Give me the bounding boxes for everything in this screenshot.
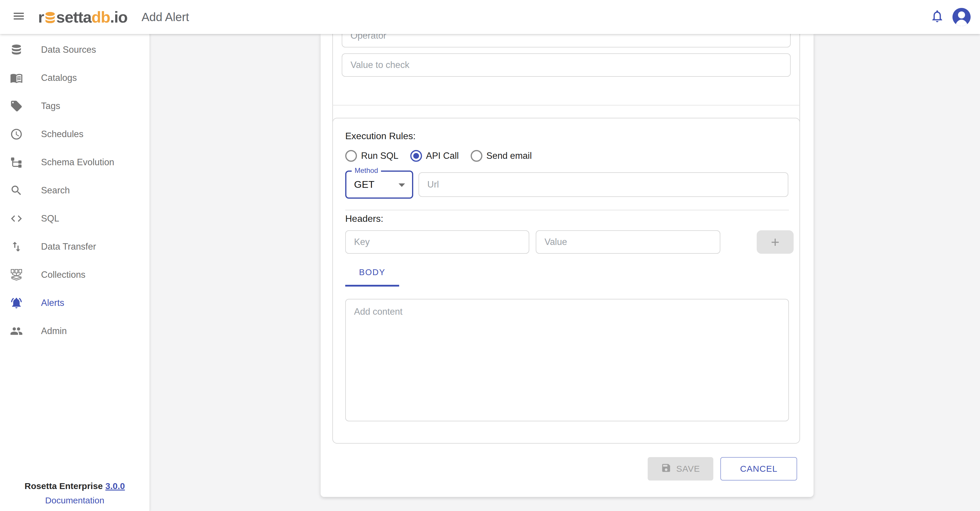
menu-button[interactable]: [7, 5, 30, 29]
database-icon: [10, 43, 24, 57]
radio-run-sql[interactable]: Run SQL: [345, 150, 399, 162]
top-app-bar: r setta db .io Add Alert: [0, 0, 980, 34]
sidebar-item-data-sources[interactable]: Data Sources: [0, 36, 150, 64]
header-value-input[interactable]: [536, 230, 720, 254]
method-select-label: Method: [352, 166, 381, 175]
bell-ring-icon: [10, 296, 24, 310]
radio-unchecked-icon: [345, 150, 357, 162]
sidebar-item-label: Data Transfer: [41, 242, 96, 252]
sidebar-item-schedules[interactable]: Schedules: [0, 120, 150, 148]
sidebar-item-label: Admin: [41, 326, 67, 336]
radio-label: Send email: [487, 151, 532, 161]
book-icon: [10, 71, 24, 85]
app-root: r setta db .io Add Alert Data SourcesCat…: [0, 0, 980, 511]
value-to-check-input[interactable]: [342, 53, 791, 77]
operator-input[interactable]: [342, 34, 791, 48]
radio-send-email[interactable]: Send email: [471, 150, 532, 162]
save-button-label: SAVE: [676, 464, 700, 474]
sidebar-footer: Rosetta Enterprise 3.0.0 Documentation: [0, 479, 150, 508]
menu-icon: [12, 10, 25, 25]
cancel-button[interactable]: CANCEL: [720, 457, 797, 481]
tag-icon: [10, 99, 24, 113]
radio-label: API Call: [426, 151, 459, 161]
logo-text: .io: [110, 9, 127, 25]
tab-body-label: BODY: [359, 267, 385, 277]
clock-icon: [10, 127, 24, 141]
version-link[interactable]: 3.0.0: [105, 481, 125, 491]
sidebar-item-data-transfer[interactable]: Data Transfer: [0, 232, 150, 261]
radio-api-call[interactable]: API Call: [410, 150, 459, 162]
bell-icon: [930, 9, 945, 25]
sidebar: Data SourcesCatalogsTagsSchedulesSchema …: [0, 34, 150, 511]
logo-text: r: [38, 9, 44, 25]
page-title: Add Alert: [142, 11, 189, 24]
sidebar-item-label: Tags: [41, 101, 60, 111]
url-input[interactable]: [418, 172, 788, 197]
method-select[interactable]: Method GET: [345, 170, 413, 199]
headers-label: Headers:: [345, 213, 383, 224]
section-divider: [332, 105, 800, 105]
sidebar-item-admin[interactable]: Admin: [0, 317, 150, 345]
sidebar-item-collections[interactable]: Collections: [0, 261, 150, 289]
logo-text: setta: [56, 9, 91, 25]
sidebar-item-label: Schedules: [41, 129, 84, 140]
documentation-link[interactable]: Documentation: [45, 495, 104, 505]
sidebar-item-label: Alerts: [41, 298, 64, 308]
logo-text-accent: db: [91, 9, 110, 25]
chevron-down-icon: [399, 183, 405, 187]
sidebar-item-label: SQL: [41, 213, 59, 224]
product-name: Rosetta Enterprise: [25, 481, 103, 491]
headers-divider: [345, 210, 789, 210]
save-icon: [661, 463, 671, 475]
sidebar-item-label: Search: [41, 185, 70, 196]
schema-icon: [10, 155, 24, 169]
sidebar-item-catalogs[interactable]: Catalogs: [0, 64, 150, 92]
sidebar-item-search[interactable]: Search: [0, 177, 150, 205]
app-logo: r setta db .io: [38, 9, 127, 25]
method-select-value: GET: [354, 179, 374, 190]
body-content-textarea[interactable]: [345, 299, 789, 421]
avatar-button[interactable]: [953, 8, 970, 26]
collections-icon: [10, 268, 24, 282]
sidebar-item-tags[interactable]: Tags: [0, 92, 150, 120]
radio-checked-icon: [410, 150, 422, 162]
sidebar-item-label: Catalogs: [41, 73, 77, 83]
sidebar-item-label: Collections: [41, 269, 86, 280]
add-header-button[interactable]: +: [757, 230, 794, 254]
header-key-input[interactable]: [345, 230, 529, 254]
logo-database-icon: [45, 11, 56, 25]
save-button[interactable]: SAVE: [648, 457, 713, 481]
notifications-button[interactable]: [927, 6, 948, 27]
sidebar-item-sql[interactable]: SQL: [0, 205, 150, 232]
sidebar-item-label: Data Sources: [41, 45, 96, 55]
tab-body[interactable]: BODY: [345, 259, 399, 287]
sidebar-item-schema-evolution[interactable]: Schema Evolution: [0, 148, 150, 177]
radio-unchecked-icon: [471, 150, 482, 162]
avatar: [953, 8, 970, 26]
search-icon: [10, 183, 24, 197]
add-alert-form-panel: Execution Rules: Run SQLAPI CallSend ema…: [321, 34, 813, 497]
code-icon: [10, 212, 24, 226]
execution-type-radio-group: Run SQLAPI CallSend email: [345, 150, 532, 162]
execution-rules-card: Execution Rules: Run SQLAPI CallSend ema…: [332, 118, 800, 444]
sidebar-item-alerts[interactable]: Alerts: [0, 289, 150, 317]
product-version-line: Rosetta Enterprise 3.0.0: [0, 479, 150, 493]
transfer-icon: [10, 240, 24, 254]
people-icon: [10, 324, 24, 338]
sidebar-nav: Data SourcesCatalogsTagsSchedulesSchema …: [0, 34, 150, 345]
sidebar-item-label: Schema Evolution: [41, 157, 114, 167]
radio-label: Run SQL: [361, 151, 399, 161]
execution-rules-label: Execution Rules:: [345, 131, 415, 142]
